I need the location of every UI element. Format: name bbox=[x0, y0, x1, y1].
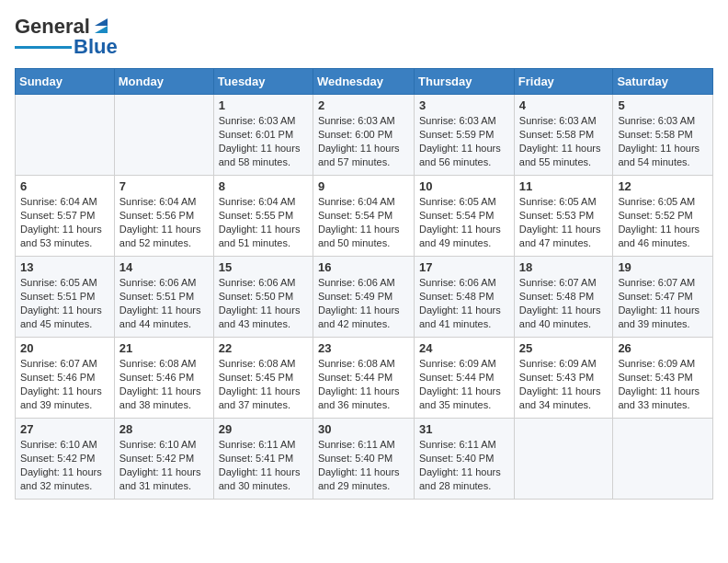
header-monday: Monday bbox=[114, 69, 213, 95]
day-info: Sunrise: 6:04 AMSunset: 5:54 PMDaylight:… bbox=[318, 195, 409, 249]
calendar-cell: 10Sunrise: 6:05 AMSunset: 5:54 PMDayligh… bbox=[415, 176, 515, 257]
header-sunday: Sunday bbox=[16, 69, 115, 95]
day-number: 25 bbox=[519, 341, 609, 355]
calendar-cell: 30Sunrise: 6:11 AMSunset: 5:40 PMDayligh… bbox=[313, 419, 414, 500]
day-info: Sunrise: 6:08 AMSunset: 5:44 PMDaylight:… bbox=[318, 357, 409, 411]
day-number: 4 bbox=[519, 98, 609, 112]
day-info: Sunrise: 6:07 AMSunset: 5:47 PMDaylight:… bbox=[618, 276, 708, 330]
day-number: 5 bbox=[618, 98, 708, 112]
header-saturday: Saturday bbox=[613, 69, 713, 95]
calendar-week-5: 27Sunrise: 6:10 AMSunset: 5:42 PMDayligh… bbox=[16, 419, 713, 500]
day-number: 20 bbox=[20, 341, 109, 355]
logo-icon bbox=[91, 17, 111, 37]
logo: General Blue bbox=[15, 15, 118, 59]
day-number: 29 bbox=[219, 422, 308, 436]
day-info: Sunrise: 6:06 AMSunset: 5:48 PMDaylight:… bbox=[419, 276, 509, 330]
day-info: Sunrise: 6:03 AMSunset: 5:58 PMDaylight:… bbox=[618, 114, 708, 168]
header-wednesday: Wednesday bbox=[313, 69, 414, 95]
day-info: Sunrise: 6:03 AMSunset: 6:01 PMDaylight:… bbox=[219, 114, 308, 168]
day-info: Sunrise: 6:11 AMSunset: 5:41 PMDaylight:… bbox=[219, 438, 308, 492]
day-info: Sunrise: 6:03 AMSunset: 6:00 PMDaylight:… bbox=[318, 114, 409, 168]
calendar-cell: 12Sunrise: 6:05 AMSunset: 5:52 PMDayligh… bbox=[613, 176, 713, 257]
day-number: 6 bbox=[20, 179, 109, 193]
day-info: Sunrise: 6:09 AMSunset: 5:43 PMDaylight:… bbox=[618, 357, 708, 411]
day-number: 9 bbox=[318, 179, 409, 193]
calendar-cell: 3Sunrise: 6:03 AMSunset: 5:59 PMDaylight… bbox=[415, 95, 515, 176]
day-info: Sunrise: 6:06 AMSunset: 5:51 PMDaylight:… bbox=[119, 276, 209, 330]
calendar-week-4: 20Sunrise: 6:07 AMSunset: 5:46 PMDayligh… bbox=[16, 338, 713, 419]
calendar-cell: 15Sunrise: 6:06 AMSunset: 5:50 PMDayligh… bbox=[213, 257, 313, 338]
day-info: Sunrise: 6:10 AMSunset: 5:42 PMDaylight:… bbox=[119, 438, 209, 492]
day-info: Sunrise: 6:06 AMSunset: 5:50 PMDaylight:… bbox=[219, 276, 308, 330]
day-number: 26 bbox=[618, 341, 708, 355]
day-info: Sunrise: 6:03 AMSunset: 5:59 PMDaylight:… bbox=[419, 114, 509, 168]
day-info: Sunrise: 6:06 AMSunset: 5:49 PMDaylight:… bbox=[318, 276, 409, 330]
day-info: Sunrise: 6:10 AMSunset: 5:42 PMDaylight:… bbox=[20, 438, 109, 492]
day-number: 30 bbox=[318, 422, 409, 436]
day-number: 15 bbox=[219, 260, 308, 274]
day-number: 11 bbox=[519, 179, 609, 193]
calendar-cell: 14Sunrise: 6:06 AMSunset: 5:51 PMDayligh… bbox=[114, 257, 213, 338]
calendar-cell: 1Sunrise: 6:03 AMSunset: 6:01 PMDaylight… bbox=[213, 95, 313, 176]
day-number: 22 bbox=[219, 341, 308, 355]
day-number: 23 bbox=[318, 341, 409, 355]
day-number: 12 bbox=[618, 179, 708, 193]
day-number: 27 bbox=[20, 422, 109, 436]
calendar-cell: 27Sunrise: 6:10 AMSunset: 5:42 PMDayligh… bbox=[16, 419, 115, 500]
calendar-table: SundayMondayTuesdayWednesdayThursdayFrid… bbox=[15, 68, 713, 500]
calendar-cell: 11Sunrise: 6:05 AMSunset: 5:53 PMDayligh… bbox=[514, 176, 613, 257]
logo-blue: Blue bbox=[74, 35, 118, 59]
calendar-cell bbox=[114, 95, 213, 176]
calendar-cell: 17Sunrise: 6:06 AMSunset: 5:48 PMDayligh… bbox=[415, 257, 515, 338]
calendar-week-2: 6Sunrise: 6:04 AMSunset: 5:57 PMDaylight… bbox=[16, 176, 713, 257]
day-number: 17 bbox=[419, 260, 509, 274]
calendar-cell bbox=[514, 419, 613, 500]
day-info: Sunrise: 6:09 AMSunset: 5:44 PMDaylight:… bbox=[419, 357, 509, 411]
calendar-cell: 22Sunrise: 6:08 AMSunset: 5:45 PMDayligh… bbox=[213, 338, 313, 419]
day-info: Sunrise: 6:07 AMSunset: 5:46 PMDaylight:… bbox=[20, 357, 109, 411]
calendar-header-row: SundayMondayTuesdayWednesdayThursdayFrid… bbox=[16, 69, 713, 95]
calendar-cell bbox=[613, 419, 713, 500]
day-info: Sunrise: 6:08 AMSunset: 5:45 PMDaylight:… bbox=[219, 357, 308, 411]
calendar-cell: 29Sunrise: 6:11 AMSunset: 5:41 PMDayligh… bbox=[213, 419, 313, 500]
header-friday: Friday bbox=[514, 69, 613, 95]
calendar-cell: 13Sunrise: 6:05 AMSunset: 5:51 PMDayligh… bbox=[16, 257, 115, 338]
day-info: Sunrise: 6:05 AMSunset: 5:53 PMDaylight:… bbox=[519, 195, 609, 249]
calendar-cell: 5Sunrise: 6:03 AMSunset: 5:58 PMDaylight… bbox=[613, 95, 713, 176]
calendar-cell: 6Sunrise: 6:04 AMSunset: 5:57 PMDaylight… bbox=[16, 176, 115, 257]
day-number: 16 bbox=[318, 260, 409, 274]
day-number: 28 bbox=[119, 422, 209, 436]
day-number: 7 bbox=[119, 179, 209, 193]
svg-marker-0 bbox=[95, 26, 108, 33]
day-info: Sunrise: 6:09 AMSunset: 5:43 PMDaylight:… bbox=[519, 357, 609, 411]
day-number: 21 bbox=[119, 341, 209, 355]
day-number: 2 bbox=[318, 98, 409, 112]
day-number: 8 bbox=[219, 179, 308, 193]
calendar-cell: 2Sunrise: 6:03 AMSunset: 6:00 PMDaylight… bbox=[313, 95, 414, 176]
day-info: Sunrise: 6:11 AMSunset: 5:40 PMDaylight:… bbox=[318, 438, 409, 492]
calendar-cell bbox=[16, 95, 115, 176]
day-info: Sunrise: 6:04 AMSunset: 5:56 PMDaylight:… bbox=[119, 195, 209, 249]
svg-marker-1 bbox=[95, 18, 108, 26]
calendar-cell: 19Sunrise: 6:07 AMSunset: 5:47 PMDayligh… bbox=[613, 257, 713, 338]
calendar-week-3: 13Sunrise: 6:05 AMSunset: 5:51 PMDayligh… bbox=[16, 257, 713, 338]
day-info: Sunrise: 6:05 AMSunset: 5:54 PMDaylight:… bbox=[419, 195, 509, 249]
header-tuesday: Tuesday bbox=[213, 69, 313, 95]
calendar-cell: 25Sunrise: 6:09 AMSunset: 5:43 PMDayligh… bbox=[514, 338, 613, 419]
calendar-cell: 18Sunrise: 6:07 AMSunset: 5:48 PMDayligh… bbox=[514, 257, 613, 338]
calendar-cell: 24Sunrise: 6:09 AMSunset: 5:44 PMDayligh… bbox=[415, 338, 515, 419]
calendar-cell: 9Sunrise: 6:04 AMSunset: 5:54 PMDaylight… bbox=[313, 176, 414, 257]
calendar-cell: 20Sunrise: 6:07 AMSunset: 5:46 PMDayligh… bbox=[16, 338, 115, 419]
calendar-cell: 26Sunrise: 6:09 AMSunset: 5:43 PMDayligh… bbox=[613, 338, 713, 419]
calendar-cell: 28Sunrise: 6:10 AMSunset: 5:42 PMDayligh… bbox=[114, 419, 213, 500]
calendar-week-1: 1Sunrise: 6:03 AMSunset: 6:01 PMDaylight… bbox=[16, 95, 713, 176]
day-number: 13 bbox=[20, 260, 109, 274]
calendar-cell: 23Sunrise: 6:08 AMSunset: 5:44 PMDayligh… bbox=[313, 338, 414, 419]
day-number: 10 bbox=[419, 179, 509, 193]
calendar-cell: 21Sunrise: 6:08 AMSunset: 5:46 PMDayligh… bbox=[114, 338, 213, 419]
calendar-cell: 31Sunrise: 6:11 AMSunset: 5:40 PMDayligh… bbox=[415, 419, 515, 500]
day-info: Sunrise: 6:03 AMSunset: 5:58 PMDaylight:… bbox=[519, 114, 609, 168]
calendar-cell: 8Sunrise: 6:04 AMSunset: 5:55 PMDaylight… bbox=[213, 176, 313, 257]
day-info: Sunrise: 6:05 AMSunset: 5:52 PMDaylight:… bbox=[618, 195, 708, 249]
calendar-cell: 16Sunrise: 6:06 AMSunset: 5:49 PMDayligh… bbox=[313, 257, 414, 338]
